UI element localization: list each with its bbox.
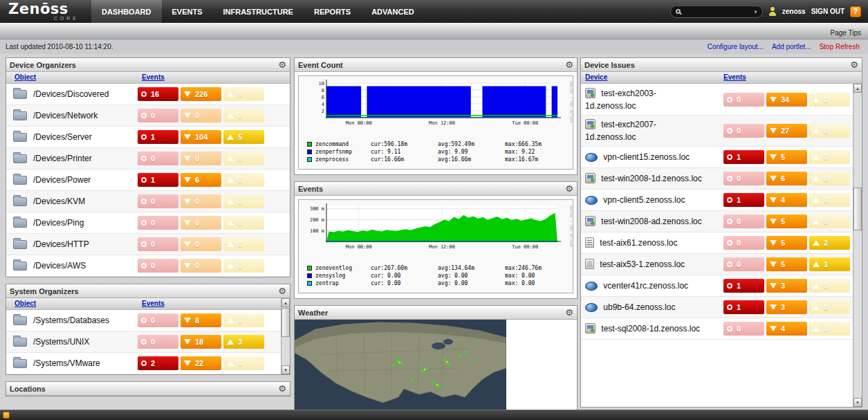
severity-badge-error[interactable]: 3 [766, 300, 807, 314]
organizer-link[interactable]: /Devices/Power [33, 175, 91, 185]
column-header-object[interactable]: Object [15, 300, 36, 307]
table-row[interactable]: test-win2008-ad.zenoss.loc050 [581, 211, 853, 232]
gear-icon[interactable]: ⚙ [565, 60, 573, 69]
column-header-events[interactable]: Events [142, 300, 165, 307]
scrollbar-thumb[interactable] [853, 188, 862, 230]
device-link[interactable]: test-aix53-1.zenoss.loc [600, 259, 685, 269]
severity-badge-critical[interactable]: 0 [723, 236, 764, 250]
column-header-object[interactable]: Object [15, 73, 36, 81]
add-portlet-link[interactable]: Add portlet... [772, 43, 811, 51]
organizer-link[interactable]: /Systems/UNIX [33, 337, 89, 347]
column-header-device[interactable]: Device [585, 73, 607, 81]
severity-badge-warning[interactable]: 3 [223, 335, 264, 349]
severity-badge-critical[interactable]: 0 [138, 313, 178, 327]
configure-layout-link[interactable]: Configure layout... [708, 43, 764, 51]
device-link[interactable]: vpn-client15.zenoss.loc [603, 152, 690, 162]
severity-badge-warning[interactable]: 0 [223, 194, 264, 208]
tab-dashboard[interactable]: DASHBOARD [91, 0, 162, 23]
search-input[interactable] [684, 8, 750, 15]
severity-badge-warning[interactable]: 0 [809, 279, 850, 293]
severity-badge-warning[interactable]: 0 [809, 150, 850, 164]
severity-badge-warning[interactable]: 5 [223, 130, 264, 144]
severity-badge-critical[interactable]: 16 [138, 87, 178, 101]
table-row[interactable]: /Devices/Ping000 [6, 212, 290, 234]
severity-badge-critical[interactable]: 0 [138, 194, 178, 208]
severity-badge-error[interactable]: 3 [766, 279, 807, 293]
severity-badge-warning[interactable]: 0 [809, 322, 850, 336]
device-link[interactable]: vpn-client5.zenoss.loc [603, 195, 685, 205]
severity-badge-critical[interactable]: 0 [723, 124, 764, 138]
table-row[interactable]: test-sql2008-1d.zenoss.loc040 [581, 318, 853, 340]
scrollbar-thumb[interactable] [281, 308, 290, 337]
severity-badge-error[interactable]: 104 [181, 130, 221, 144]
severity-badge-critical[interactable]: 1 [723, 150, 764, 164]
severity-badge-warning[interactable]: 0 [223, 173, 264, 187]
severity-badge-warning[interactable]: 0 [223, 356, 264, 370]
severity-badge-warning[interactable]: 0 [809, 172, 850, 185]
table-row[interactable]: test-aix53-1.zenoss.loc051 [581, 254, 853, 275]
severity-badge-warning[interactable]: 0 [223, 152, 264, 165]
severity-badge-critical[interactable]: 0 [723, 322, 764, 336]
chevron-down-icon[interactable]: ▾ [754, 8, 757, 15]
severity-badge-critical[interactable]: 1 [723, 279, 764, 293]
severity-badge-error[interactable]: 0 [181, 216, 221, 230]
severity-badge-critical[interactable]: 0 [138, 237, 178, 251]
table-row[interactable]: vpn-client15.zenoss.loc150 [581, 147, 853, 168]
severity-badge-error[interactable]: 5 [766, 236, 807, 250]
device-link[interactable]: ub9b-64.zenoss.loc [603, 302, 675, 312]
severity-badge-warning[interactable]: 0 [223, 87, 264, 101]
table-row[interactable]: test-exch2003-1d.zenoss.loc0340 [581, 84, 853, 116]
severity-badge-error[interactable]: 0 [181, 194, 221, 208]
severity-badge-error[interactable]: 0 [181, 152, 221, 165]
zenoss-logo[interactable]: Zenōss CORE [0, 0, 91, 23]
severity-badge-error[interactable]: 4 [766, 193, 807, 207]
organizer-link[interactable]: /Devices/Network [33, 111, 98, 120]
organizer-link[interactable]: /Devices/Printer [33, 154, 92, 163]
table-row[interactable]: test-exch2007-1d.zenoss.loc0270 [581, 116, 853, 147]
gear-icon[interactable]: ⚙ [565, 184, 573, 193]
table-row[interactable]: /Devices/KVM000 [6, 191, 290, 212]
severity-badge-warning[interactable]: 0 [809, 300, 850, 314]
severity-badge-warning[interactable]: 0 [223, 259, 264, 273]
severity-badge-critical[interactable]: 0 [723, 257, 764, 271]
device-link[interactable]: test-aix61.zenoss.loc [600, 238, 677, 248]
severity-badge-critical[interactable]: 0 [138, 152, 178, 165]
organizer-link[interactable]: /Systems/Databases [33, 316, 109, 325]
column-header-events[interactable]: Events [723, 73, 746, 81]
severity-badge-warning[interactable]: 0 [809, 124, 850, 138]
gear-icon[interactable]: ⚙ [278, 384, 286, 393]
sign-out-link[interactable]: SIGN OUT [811, 8, 844, 15]
organizer-link[interactable]: /Devices/HTTP [33, 239, 89, 249]
table-row[interactable]: /Devices/HTTP000 [6, 234, 290, 255]
severity-badge-warning[interactable]: 0 [223, 313, 264, 327]
device-link[interactable]: test-win2008-ad.zenoss.loc [601, 217, 701, 226]
severity-badge-warning[interactable]: 0 [223, 237, 264, 251]
severity-badge-error[interactable]: 0 [181, 259, 221, 273]
scroll-down-button[interactable]: ▼ [853, 398, 862, 407]
device-link[interactable]: test-win2008-1d.zenoss.loc [601, 174, 701, 183]
severity-badge-error[interactable]: 22 [181, 356, 221, 370]
severity-badge-error[interactable]: 226 [181, 87, 221, 101]
severity-badge-critical[interactable]: 0 [138, 216, 178, 230]
table-row[interactable]: /Systems/VMware2220 [6, 353, 290, 374]
severity-badge-error[interactable]: 27 [766, 124, 807, 138]
severity-badge-critical[interactable]: 1 [138, 130, 178, 144]
table-row[interactable]: /Devices/Power160 [6, 170, 290, 191]
device-link[interactable]: test-exch2003-1d.zenoss.loc [585, 89, 656, 111]
gear-icon[interactable]: ⚙ [278, 286, 286, 295]
table-row[interactable]: /Devices/Server11045 [6, 127, 290, 148]
search-box[interactable]: ▾ [670, 6, 763, 18]
system-organizers-scrollbar[interactable]: ▲▼ [281, 298, 290, 374]
severity-badge-critical[interactable]: 2 [138, 356, 178, 370]
severity-badge-error[interactable]: 5 [766, 150, 807, 164]
scroll-up-button[interactable]: ▲ [281, 298, 290, 307]
table-row[interactable]: /Devices/Printer000 [6, 148, 290, 170]
severity-badge-critical[interactable]: 0 [138, 259, 178, 273]
severity-badge-critical[interactable]: 1 [723, 193, 764, 207]
severity-badge-critical[interactable]: 0 [723, 172, 764, 185]
organizer-link[interactable]: /Devices/Server [33, 132, 92, 142]
severity-badge-error[interactable]: 0 [181, 237, 221, 251]
stop-refresh-link[interactable]: Stop Refresh [820, 43, 860, 51]
severity-badge-warning[interactable]: 0 [809, 93, 850, 107]
table-row[interactable]: test-win2008-1d.zenoss.loc060 [581, 168, 853, 190]
